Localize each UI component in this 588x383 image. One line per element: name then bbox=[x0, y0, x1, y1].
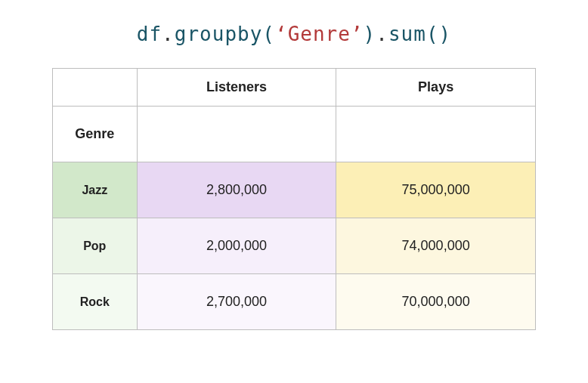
code-paren-open: ( bbox=[262, 23, 275, 45]
code-paren-open: ( bbox=[426, 23, 439, 45]
cell-pop-listeners: 2,000,000 bbox=[137, 218, 336, 274]
cell-rock-plays: 70,000,000 bbox=[336, 274, 536, 330]
result-table-container: Listeners Plays Genre Jazz 2,800,000 75,… bbox=[52, 68, 536, 330]
index-cell-rock: Rock bbox=[53, 274, 138, 330]
code-variable: df bbox=[137, 23, 162, 45]
code-paren-close: ) bbox=[364, 23, 376, 45]
code-expression: df.groupby(‘Genre’).sum() bbox=[137, 23, 451, 45]
index-name-cell: Genre bbox=[53, 107, 138, 162]
code-paren-close: ) bbox=[439, 23, 452, 45]
table-index-label-row: Genre bbox=[53, 107, 536, 162]
code-dot: . bbox=[376, 23, 388, 45]
table-header-row: Listeners Plays bbox=[53, 69, 536, 107]
code-method-sum: sum bbox=[388, 23, 426, 45]
code-string-arg: ‘Genre’ bbox=[275, 23, 364, 45]
empty-cell bbox=[336, 107, 536, 162]
table-corner-cell bbox=[53, 69, 138, 107]
code-method-groupby: groupby bbox=[175, 23, 263, 45]
column-header-listeners: Listeners bbox=[137, 69, 336, 107]
cell-jazz-listeners: 2,800,000 bbox=[137, 162, 336, 218]
column-header-plays: Plays bbox=[336, 69, 536, 107]
index-cell-pop: Pop bbox=[53, 218, 138, 274]
empty-cell bbox=[137, 107, 336, 162]
table-row: Jazz 2,800,000 75,000,000 bbox=[53, 162, 536, 218]
cell-rock-listeners: 2,700,000 bbox=[137, 274, 336, 330]
result-table: Listeners Plays Genre Jazz 2,800,000 75,… bbox=[52, 68, 536, 330]
code-dot: . bbox=[162, 23, 175, 45]
table-row: Pop 2,000,000 74,000,000 bbox=[53, 218, 536, 274]
index-cell-jazz: Jazz bbox=[53, 162, 138, 218]
cell-pop-plays: 74,000,000 bbox=[336, 218, 536, 274]
table-row: Rock 2,700,000 70,000,000 bbox=[53, 274, 536, 330]
cell-jazz-plays: 75,000,000 bbox=[336, 162, 536, 218]
